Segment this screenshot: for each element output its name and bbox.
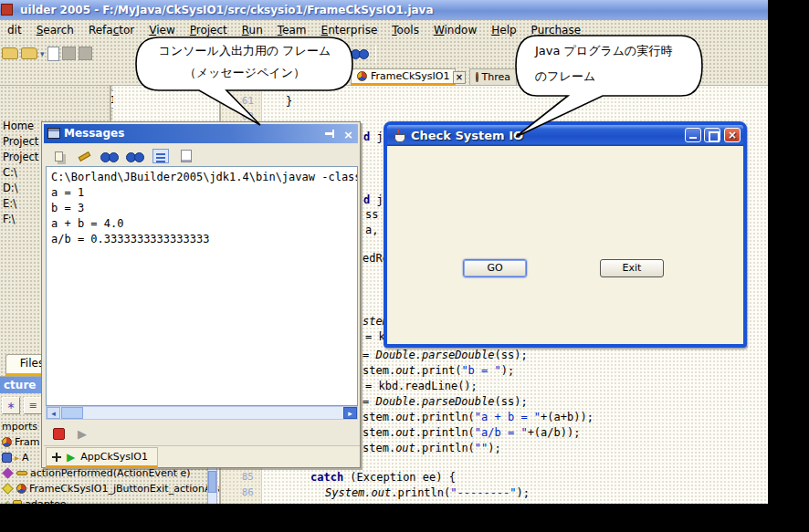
tree-item[interactable]: Fram [2, 435, 40, 449]
tab-frame-cksysio1[interactable]: FrameCkSysIO1 [351, 68, 456, 86]
exit-button[interactable]: Exit [600, 259, 664, 277]
tree-item[interactable]: adaptee [2, 497, 67, 504]
exit-button-label: Exit [623, 262, 642, 274]
console-line: C:\Borland\JBuilder2005\jdk1.4\bin\javaw… [51, 170, 357, 185]
diamond-purple-icon [2, 467, 14, 479]
tree-item-label: actionPerformed(ActionEvent e) [30, 467, 191, 479]
copy-icon[interactable] [49, 148, 68, 164]
tab-label: FrameCkSysIO1 [371, 70, 449, 82]
check-system-io-window: Check System IO GO Exit [383, 121, 747, 348]
right-callout-line2: のフレーム [535, 68, 595, 85]
save-file-icon[interactable] [47, 47, 59, 61]
menu-item-tools[interactable]: Tools [384, 24, 426, 37]
wrap-lines-icon[interactable] [152, 148, 170, 164]
menu-item-window[interactable]: Window [426, 24, 484, 37]
tree-item-label: Fram [15, 436, 40, 448]
disabled-tool-icon [62, 47, 76, 60]
java-bean-icon [357, 71, 367, 81]
export-icon[interactable] [177, 148, 195, 164]
run-controls [46, 422, 358, 445]
find-icon[interactable] [100, 148, 119, 164]
messages-window-icon [47, 128, 60, 139]
key-icon [16, 471, 27, 475]
right-callout-line1: Java プログラムの実行時 [535, 43, 672, 59]
pin-icon[interactable] [325, 129, 336, 139]
bean-icon [16, 484, 26, 494]
check-system-io-title: Check System IO [411, 129, 523, 142]
process-tab-appcksysio1[interactable]: AppCkSysIO1 [46, 447, 158, 468]
structure-header-label: cture [4, 379, 36, 391]
messages-title: Messages [64, 127, 124, 140]
running-process-icon [67, 451, 75, 464]
tree-item-label: A [22, 452, 29, 464]
jbuilder-window: uilder 2005 - F:/MyJava/CkSysIO1/src/cks… [0, 0, 768, 504]
tree-item[interactable]: A [2, 451, 29, 464]
diamond-yellow-icon [2, 483, 14, 495]
console-line: a + b = 4.0 [51, 216, 357, 232]
line-number: 87 [221, 502, 254, 504]
arrow-icon [15, 453, 19, 463]
screenshot-root: uilder 2005 - F:/MyJava/CkSysIO1/src/cks… [0, 0, 809, 532]
open-project-icon[interactable] [21, 47, 37, 59]
process-tab-bar: AppCkSysIO1 [44, 445, 360, 467]
window-titlebar[interactable]: uilder 2005 - F:/MyJava/CkSysIO1/src/cks… [0, 0, 768, 20]
scroll-right-icon[interactable] [343, 407, 357, 419]
go-button-label: GO [487, 262, 502, 274]
console-line: a = 1 [51, 185, 357, 201]
clear-icon[interactable] [75, 148, 93, 164]
tab-close-icon[interactable] [453, 71, 466, 84]
java-cup-icon [394, 129, 405, 141]
toolbar-separator [375, 45, 376, 63]
console-line: a/b = 0.3333333333333333 [51, 232, 357, 247]
bean-icon [2, 437, 12, 447]
close-icon[interactable] [724, 128, 741, 142]
line-number: 86 [221, 486, 254, 498]
tree-item-label: adaptee [25, 498, 66, 504]
messages-window: Messages C:\Borland\JBuilder2005\jdk1.4\… [41, 121, 361, 468]
tree-item-label: FrameCkSysIO1_jButtonExit_actionAdap [29, 483, 230, 495]
go-button[interactable]: GO [463, 259, 527, 277]
bean-blue-icon [2, 453, 12, 463]
scrollbar-thumb[interactable] [61, 407, 83, 419]
menu-item-team[interactable]: Team [270, 24, 314, 37]
tab-thread[interactable]: Threa [469, 68, 517, 86]
console-line: b = 3 [51, 201, 357, 216]
tree-item-label: mports [2, 421, 37, 433]
tab-label: Threa [482, 71, 510, 83]
structure-sort-icon[interactable] [2, 397, 20, 414]
chevron-down-icon[interactable] [40, 49, 45, 58]
java-bean-lock-icon [476, 72, 478, 82]
left-callout-line2: （メッセージペイン） [135, 65, 354, 81]
menu-item-project[interactable]: Project [183, 24, 235, 37]
app-icon [1, 4, 13, 16]
scrollbar-thumb[interactable] [208, 471, 216, 493]
console-hscrollbar[interactable] [46, 406, 358, 420]
check-icon [2, 498, 10, 504]
structure-view-icon[interactable] [24, 397, 42, 414]
resume-button[interactable] [78, 427, 87, 441]
menu-item-search[interactable]: Search [29, 24, 81, 37]
menu-item-refactor[interactable]: Refactor [81, 24, 142, 37]
window-title: uilder 2005 - F:/MyJava/CkSysIO1/src/cks… [20, 4, 434, 16]
disabled-tool-icon [79, 47, 92, 60]
maximize-icon[interactable] [704, 128, 720, 142]
menu-item-view[interactable]: View [142, 24, 182, 37]
menu-item-enterprise[interactable]: Enterprise [314, 24, 385, 37]
stop-button[interactable] [53, 428, 65, 440]
messages-toolbar [46, 145, 358, 167]
tree-item[interactable]: mports [2, 420, 37, 433]
menu-item-run[interactable]: Run [235, 24, 270, 37]
tree-item[interactable]: FrameCkSysIO1_jButtonExit_actionAdap [2, 482, 230, 495]
dock-icon[interactable] [52, 453, 61, 462]
left-callout-line1: コンソール入出力用の フレーム [135, 43, 354, 59]
find-next-icon[interactable] [126, 148, 144, 164]
tree-item[interactable]: actionPerformed(ActionEvent e) [2, 466, 191, 480]
process-tab-label: AppCkSysIO1 [80, 451, 148, 463]
menu-item-dit[interactable]: dit [0, 24, 29, 37]
line-number: 85 [221, 471, 254, 483]
lock-icon [13, 500, 22, 504]
open-file-icon[interactable] [2, 47, 18, 59]
console-output[interactable]: C:\Borland\JBuilder2005\jdk1.4\bin\javaw… [46, 166, 358, 406]
scroll-left-icon[interactable] [47, 407, 60, 419]
